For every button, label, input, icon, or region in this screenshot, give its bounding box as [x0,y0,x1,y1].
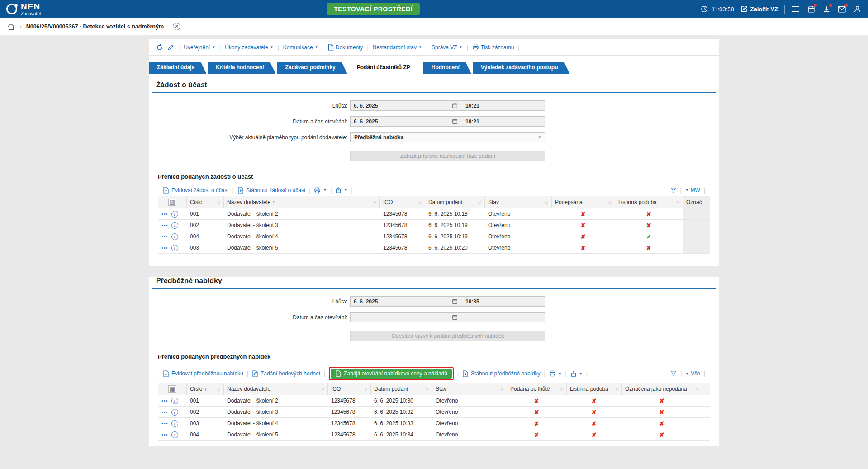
filter-dropdown-icon[interactable]: ▽ [217,200,220,204]
view-selector[interactable]: ▼ MW [685,187,700,194]
evidovat-nabidku-link[interactable]: Evidovat předběžnou nabídku [163,370,243,377]
filter-dropdown-icon[interactable]: ▽ [696,387,699,391]
row-menu-icon[interactable]: ••• [161,234,168,239]
nabidky-table-card: Evidovat předběžnou nabídku | Zadání bod… [158,364,710,441]
filter-dropdown-icon[interactable]: ▽ [418,200,422,204]
sort-asc-icon[interactable]: ↑ [204,386,207,392]
info-icon[interactable]: i [171,431,178,438]
row-menu-icon[interactable]: ••• [161,246,168,250]
column-picker-icon[interactable]: ▦ [168,199,176,206]
home-icon[interactable] [7,23,15,30]
otevirani-time-input[interactable]: 10:21 [461,116,545,127]
tab-zakladni-udaje[interactable]: Základní údaje [149,62,206,74]
tab-zadavaci-podminky[interactable]: Zadávací podmínky [277,62,347,74]
filter-dropdown-icon[interactable]: ▽ [321,387,324,391]
breadcrumb-item[interactable]: N006/25/V00005367 - Detekce vozidel s na… [26,24,169,30]
zadani-bodovych-hodnot-link[interactable]: Zadání bodových hodnot [252,370,320,377]
menu-sprava-vz[interactable]: Správa VZ▼ [432,44,463,51]
nen-logo[interactable]: NEN Zadavatel [6,2,41,16]
column-picker-icon[interactable]: ▦ [168,385,176,393]
info-icon[interactable]: i [171,409,178,416]
export-table-icon[interactable]: ▼ [570,370,583,377]
row-menu-icon[interactable]: ••• [161,223,168,227]
nabidky-lhuta-time-input[interactable]: 10:35 [461,296,545,307]
export-table-icon[interactable]: ▼ [335,187,347,194]
filter-dropdown-icon[interactable]: ▽ [676,200,679,204]
lhuta-time-input[interactable]: 10:21 [461,100,545,111]
tab-hodnoceni[interactable]: Hodnocení [423,62,471,74]
filter-dropdown-icon[interactable]: ▽ [608,200,612,204]
filter-dropdown-icon[interactable]: ▽ [560,387,563,391]
menu-nestandardni-stav[interactable]: Nestandardní stav▼ [373,44,422,51]
menu-icon[interactable] [791,5,800,14]
zalozit-vz-button[interactable]: Založit VZ [740,5,778,13]
row-menu-icon[interactable]: ••• [161,410,168,414]
print-table-icon[interactable]: ▼ [314,187,327,194]
stahnout-nabidky-link[interactable]: Stáhnout předběžné nabídky [462,370,540,377]
stahnout-zadosti-link[interactable]: Stáhnout žádosti o účast [237,187,305,194]
filter-dropdown-icon[interactable]: ▽ [217,387,220,391]
lhuta-date-input[interactable]: 6. 6. 2025 [350,100,461,111]
menu-komunikace[interactable]: Komunikace▼ [283,44,318,51]
calendar-picker-icon[interactable] [452,298,458,304]
sort-asc-icon[interactable]: ↑ [272,199,275,205]
typ-podani-select[interactable]: Předběžná nabídka ▼ [350,132,545,142]
menu-uverejneni[interactable]: Uveřejnění▼ [184,44,215,51]
info-icon[interactable]: i [171,222,178,229]
row-actions: •••i [158,407,186,418]
zahajit-otevirani-button[interactable]: Zahájit otevírání nabídkové ceny a nákla… [331,369,452,379]
tab-vysledek-zadavaciho-postupu[interactable]: Výsledek zadávacího postupu [473,62,570,74]
menu-tisk-zaznamu[interactable]: Tisk záznamu [472,44,514,51]
otevirani-date-input[interactable]: 6. 6. 2025 [350,116,461,127]
filter-icon[interactable] [670,370,677,377]
cell-ico: 12345678 [327,429,370,441]
close-record-icon[interactable]: ✕ [173,23,180,30]
info-icon[interactable]: i [171,233,178,240]
print-table-icon[interactable]: ▼ [549,370,562,377]
filter-dropdown-icon[interactable]: ▽ [500,387,503,391]
info-icon[interactable]: i [171,398,178,404]
header-time: 11:03:58 [711,6,734,13]
share-icon [335,187,342,194]
tab-podani-ucastniku-zp[interactable]: Podání účastníků ZP [349,62,422,74]
history-icon[interactable] [156,44,163,51]
view-selector[interactable]: ▼ Vše [685,370,700,377]
row-menu-icon[interactable]: ••• [161,212,168,216]
calendar-picker-icon[interactable] [452,314,458,320]
calendar-picker-icon[interactable] [452,103,458,109]
row-menu-icon[interactable]: ••• [161,398,168,403]
chevron-down-icon: ▼ [418,45,422,49]
mail-icon[interactable] [837,5,846,14]
filter-dropdown-icon[interactable]: ▽ [364,387,367,391]
edit-icon[interactable] [167,44,174,51]
filter-dropdown-icon[interactable]: ▽ [373,200,376,204]
info-icon[interactable]: i [171,245,178,251]
nabidky-otevirani-time-input[interactable] [461,312,545,322]
filter-dropdown-icon[interactable]: ▽ [615,387,618,391]
info-icon[interactable]: i [171,211,178,218]
menu-ukony-zadavatele[interactable]: Úkony zadavatele▼ [225,44,273,51]
row-menu-icon[interactable]: ••• [161,421,168,426]
zahajit-pripravu-button[interactable]: Zahájit přípravu následující fáze podání [350,151,545,161]
cell-cislo: 001 [186,208,223,220]
filter-dropdown-icon[interactable]: ▽ [478,200,481,204]
tab-kriteria-hodnoceni[interactable]: Kritéria hodnocení [208,62,275,74]
filter-dropdown-icon[interactable]: ▽ [426,387,429,391]
filter-dropdown-icon[interactable]: ▽ [545,200,548,204]
evidovat-zadost-link[interactable]: Evidovat žádost o účast [163,187,229,194]
logo-text: NEN [21,2,41,11]
user-icon[interactable] [853,5,862,14]
nabidky-lhuta-date-input[interactable]: 6. 6. 2025 [350,296,461,307]
odeslani-vyzvy-button[interactable]: Odeslání výzvy k podání předběžných nabí… [350,331,545,341]
chevron-down-icon: ▼ [685,372,689,376]
menu-dokumenty[interactable]: Dokumenty [328,44,363,51]
download-icon[interactable] [822,5,831,14]
calendar-picker-icon[interactable] [452,118,458,124]
nabidky-otevirani-date-input[interactable] [350,312,461,322]
row-menu-icon[interactable]: ••• [161,432,168,437]
calendar-icon[interactable] [806,5,816,14]
cell-ico: 12345678 [327,418,370,429]
filter-icon[interactable] [670,187,677,194]
document-plus-icon [163,187,169,194]
info-icon[interactable]: i [171,420,178,427]
